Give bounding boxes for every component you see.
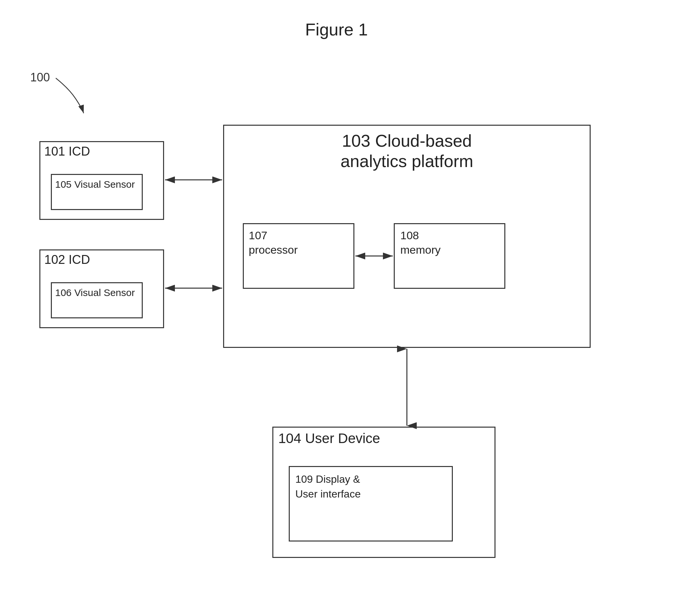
label-103-cloud-platform: 103 Cloud-basedanalytics platform — [269, 131, 545, 172]
label-100: 100 — [30, 70, 50, 84]
diagram: Figure 1 100 101 ICD 105 Visual Sensor 1… — [0, 0, 673, 616]
label-104-user-device: 104 User Device — [278, 431, 380, 446]
label-106-visual-sensor: 106 Visual Sensor — [55, 287, 135, 298]
label-101-icd: 101 ICD — [44, 144, 90, 159]
figure-title: Figure 1 — [0, 0, 673, 39]
label-102-icd: 102 ICD — [44, 253, 90, 267]
label-109-display-ui: 109 Display &User interface — [295, 472, 361, 501]
label-107-processor: 107processor — [249, 228, 298, 257]
label-108-memory: 108memory — [400, 228, 441, 257]
label-105-visual-sensor: 105 Visual Sensor — [55, 179, 135, 190]
